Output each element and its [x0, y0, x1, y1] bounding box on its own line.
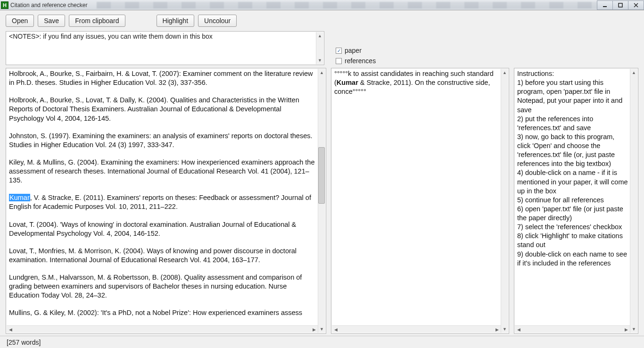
reference-entry[interactable]: Mullins, G. & Kiley, M. (2002): 'It's a … [9, 308, 316, 317]
instruction-line: 7) select the 'references' checkbox [517, 223, 628, 232]
notes-textbox[interactable]: <NOTES>: if you find any issues, you can… [6, 31, 324, 65]
instructions-scrollbar-horizontal[interactable]: ◀ ▶ [515, 325, 630, 333]
references-scrollbar-horizontal[interactable]: ◀ ▶ [7, 325, 318, 333]
instructions-heading: Instructions: [517, 69, 628, 78]
instruction-line: 6) open 'paper.txt' file (or just paste … [517, 205, 628, 223]
reference-entry[interactable]: Johnston, S. (1997). Examining the exami… [9, 132, 316, 149]
paper-match-word: Kumar [337, 79, 358, 86]
scroll-down-icon[interactable]: ▼ [316, 57, 323, 64]
reference-entry[interactable]: Holbrook, A., Bourke, S., Fairbairn, H. … [9, 69, 316, 87]
references-checkbox[interactable] [336, 58, 342, 64]
reference-entry[interactable]: Lovat, T. (2004). 'Ways of knowing' in d… [9, 220, 316, 238]
open-button[interactable]: Open [6, 15, 34, 27]
paper-content[interactable]: °°°°°k to assist candidates in reaching … [334, 69, 499, 324]
references-pane[interactable]: Holbrook, A., Bourke, S., Fairbairn, H. … [6, 68, 326, 334]
scroll-down-icon[interactable]: ▼ [318, 325, 325, 333]
scroll-up-icon[interactable]: ▲ [630, 69, 637, 76]
titlebar: H Citation and reference checker [0, 0, 644, 10]
reference-entry[interactable]: Kiley, M. & Mullins, G. (2004). Examinin… [9, 158, 316, 185]
instructions-scrollbar-vertical[interactable]: ▲ ▼ [630, 69, 637, 333]
highlight-button[interactable]: Highlight [157, 15, 194, 27]
svg-rect-1 [619, 3, 622, 7]
paper-checkbox[interactable]: ✓ [336, 48, 342, 54]
save-button[interactable]: Save [38, 15, 65, 27]
reference-entry[interactable]: Holbrook, A., Bourke, S., Lovat, T. & Da… [9, 96, 316, 123]
references-checkbox-label: references [345, 57, 376, 65]
notes-text: <NOTES>: if you find any issues, you can… [6, 32, 324, 41]
main-area: Holbrook, A., Bourke, S., Fairbairn, H. … [0, 68, 644, 336]
instructions-pane[interactable]: Instructions:1) before you start using t… [514, 68, 638, 334]
instruction-line: 3) now, go back to this program, click '… [517, 133, 628, 169]
selected-word: Kumar [9, 194, 30, 201]
instruction-line: 4) double-click on a name - if it is men… [517, 168, 628, 195]
uncolour-button[interactable]: Uncolour [198, 15, 237, 27]
scroll-right-icon[interactable]: ▶ [310, 326, 318, 333]
references-scrollbar-vertical[interactable]: ▲ ▼ [318, 69, 325, 333]
instructions-content: Instructions:1) before you start using t… [517, 69, 628, 324]
scroll-left-icon[interactable]: ◀ [515, 326, 522, 333]
status-bar: [257 words] [0, 336, 644, 348]
word-count: [257 words] [7, 339, 41, 346]
window-title: Citation and reference checker [10, 2, 87, 8]
paper-pane[interactable]: °°°°°k to assist candidates in reaching … [331, 68, 509, 334]
references-content[interactable]: Holbrook, A., Bourke, S., Fairbairn, H. … [9, 69, 316, 324]
scroll-down-icon[interactable]: ▼ [630, 325, 637, 333]
scroll-down-icon[interactable]: ▼ [501, 325, 508, 333]
close-button[interactable] [628, 0, 644, 10]
minimize-button[interactable] [597, 0, 613, 10]
scroll-left-icon[interactable]: ◀ [332, 326, 339, 333]
scroll-up-icon[interactable]: ▲ [501, 69, 508, 76]
reference-entry[interactable]: Lovat, T., Monfries, M. & Morrison, K. (… [9, 247, 316, 265]
instruction-line: 2) put the references into 'references.t… [517, 115, 628, 133]
instruction-line: 8) click 'Highlight' to make citations s… [517, 232, 628, 249]
from-clipboard-button[interactable]: From clipboard [69, 15, 125, 27]
maximize-button[interactable] [612, 0, 628, 10]
toolbar: Open Save From clipboard Highlight Uncol… [0, 10, 644, 31]
app-icon: H [1, 1, 8, 9]
notes-scrollbar-vertical[interactable]: ▲ ▼ [316, 32, 323, 64]
window-controls [597, 0, 644, 10]
paper-scrollbar-horizontal[interactable]: ◀ ▶ [332, 325, 501, 333]
scroll-up-icon[interactable]: ▲ [318, 69, 325, 76]
scroll-right-icon[interactable]: ▶ [622, 326, 630, 333]
reference-entry[interactable]: Lundgren, S.M., Halvarsson, M. & Roberts… [9, 273, 316, 300]
scroll-left-icon[interactable]: ◀ [7, 326, 14, 333]
scroll-right-icon[interactable]: ▶ [493, 326, 501, 333]
reference-entry[interactable]: Kumar, V. & Stracke, E. (2011). Examiner… [9, 193, 316, 211]
instruction-line: 5) continue for all references [517, 196, 628, 205]
instruction-line: 1) before you start using this program, … [517, 78, 628, 115]
titlebar-background [97, 2, 597, 8]
paper-checkbox-label: paper [345, 47, 362, 54]
view-toggles: ✓ paper references [336, 45, 376, 66]
scroll-up-icon[interactable]: ▲ [316, 32, 323, 40]
paper-scrollbar-vertical[interactable]: ▲ ▼ [501, 69, 508, 333]
scroll-thumb[interactable] [318, 147, 325, 204]
instruction-line: 9) double-click on each name to see if i… [517, 250, 628, 268]
